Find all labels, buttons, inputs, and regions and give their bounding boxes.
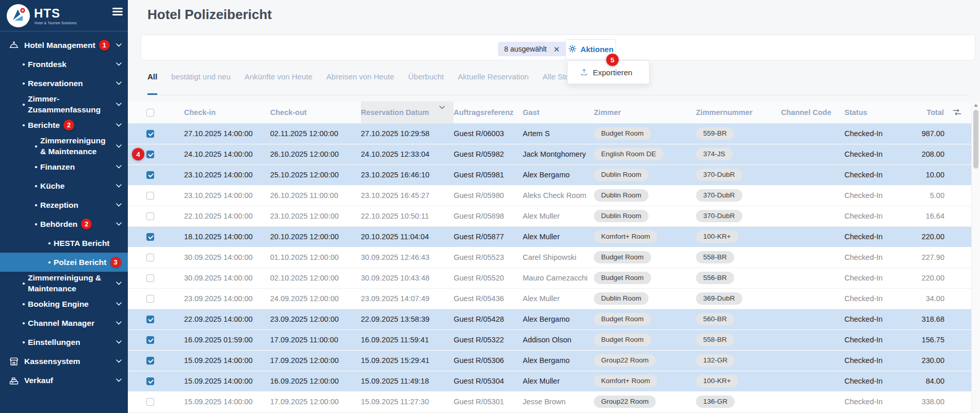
cell-zimmernummer-pill: 558-BR	[696, 334, 734, 346]
row-checkbox[interactable]	[146, 192, 154, 200]
table-row[interactable]: 22.09.2025 14:00:00 23.09.2025 12:00:00 …	[128, 309, 971, 329]
row-checkbox[interactable]	[146, 233, 154, 241]
sidebar-item-label: Zimmer-Zusammenfassung	[28, 93, 112, 115]
chevron-down-icon	[116, 321, 122, 325]
sort-desc-icon	[439, 103, 445, 111]
cell-check-out: 17.09.2025 12:00:00	[270, 356, 339, 365]
vertical-scrollbar[interactable]	[971, 102, 980, 413]
col-header-zimmer[interactable]: Zimmer	[594, 102, 696, 123]
col-header-total[interactable]: Total	[907, 102, 971, 123]
table-row[interactable]: 23.10.2025 14:00:00 25.10.2025 12:00:00 …	[128, 164, 971, 185]
sidebar-item-zimmerreinigung-maintenance[interactable]: • Zimmerreinigung & Maintenance	[0, 135, 128, 157]
cell-reservation-datum: 15.09.2025 11:49:18	[361, 377, 429, 385]
hts-logo	[7, 4, 30, 27]
sidebar-item-verkauf[interactable]: Verkauf	[0, 371, 128, 390]
cell-reservation-datum: 24.10.2025 12:33:04	[361, 150, 429, 158]
cell-total: 987.00	[922, 129, 944, 138]
sidebar-item-polzei-bericht[interactable]: • Polzei Bericht 3	[0, 253, 128, 272]
sidebar-item-zimmerreinigung-maintenance[interactable]: • Zimmerreinigung & Maintenance	[0, 272, 128, 294]
select-all-checkbox[interactable]	[146, 109, 154, 117]
col-header-reservation-datum[interactable]: Reservation Datum	[361, 102, 454, 123]
sidebar-item-rezeption[interactable]: • Rezeption	[0, 195, 128, 214]
sidebar-item-berichte[interactable]: • Berichte 2	[0, 115, 128, 135]
table-row[interactable]: 15.09.2025 14:00:00 17.09.2025 12:00:00 …	[128, 350, 971, 371]
tab-best-tigt-und-neu[interactable]: bestätigt und neu	[171, 70, 230, 95]
chevron-down-icon	[116, 123, 122, 127]
sidebar-item-channel-manager[interactable]: • Channel Manager	[0, 313, 128, 333]
col-header-gast[interactable]: Gast	[523, 102, 594, 123]
row-checkbox[interactable]	[146, 171, 154, 179]
export-menu-item[interactable]: Exportieren	[593, 68, 633, 77]
table-row[interactable]: 24.10.2025 14:00:00 26.10.2025 12:00:00 …	[128, 144, 971, 164]
cell-check-in: 27.10.2025 14:00:00	[184, 129, 253, 138]
table-row[interactable]: 15.09.2025 14:00:00 16.09.2025 12:00:00 …	[128, 371, 971, 391]
col-header-channel-code[interactable]: Channel Code	[781, 102, 844, 123]
annotation-badge: 2	[63, 120, 74, 130]
row-checkbox[interactable]	[146, 130, 154, 138]
table-row[interactable]: 22.10.2025 14:00:00 23.10.2025 12:00:00 …	[128, 206, 971, 226]
table-row[interactable]: 18.10.2025 14:00:00 20.10.2025 12:00:00 …	[128, 226, 971, 247]
row-checkbox[interactable]	[146, 274, 154, 282]
column-settings-icon[interactable]	[952, 108, 962, 116]
table-row[interactable]: 30.09.2025 14:00:00 01.10.2025 12:00:00 …	[128, 247, 971, 268]
selection-chip: 8 ausgewählt ✕	[498, 42, 566, 56]
col-header-status[interactable]: Status	[844, 102, 907, 123]
scroll-up-icon[interactable]	[974, 104, 978, 107]
row-checkbox[interactable]	[146, 151, 154, 158]
col-header-check-in[interactable]: Check-in	[184, 102, 270, 123]
tab--berbucht[interactable]: Überbucht	[408, 70, 444, 95]
col-header-check-out[interactable]: Check-out	[270, 102, 361, 123]
table-row[interactable]: 23.10.2025 14:00:00 26.10.2025 11:00:00 …	[128, 185, 971, 206]
sidebar-item-beh-rden[interactable]: • Behörden 2	[0, 214, 128, 234]
sidebar-item-reservationen[interactable]: • Reservationen	[0, 74, 128, 93]
table-row[interactable]: 16.09.2025 01:59:00 17.09.2025 11:00:00 …	[128, 329, 971, 350]
sidebar-item-booking-engine[interactable]: • Booking Engine	[0, 294, 128, 313]
bullet-icon: •	[20, 60, 28, 68]
row-checkbox[interactable]	[146, 295, 154, 303]
chevron-down-icon	[116, 378, 122, 382]
tab-abreisen-von-heute[interactable]: Abreisen von Heute	[326, 70, 394, 95]
cell-check-in: 23.10.2025 14:00:00	[184, 191, 253, 200]
sidebar-item-finanzen[interactable]: • Finanzen	[0, 157, 128, 176]
row-checkbox[interactable]	[146, 316, 154, 323]
sidebar-item-hesta-bericht[interactable]: • HESTA Bericht	[0, 234, 128, 253]
table-row[interactable]: 23.09.2025 14:00:00 24.09.2025 12:00:00 …	[128, 288, 971, 309]
table-row[interactable]: 27.10.2025 14:00:00 02.11.2025 12:00:00 …	[128, 123, 971, 144]
row-checkbox[interactable]	[146, 212, 154, 220]
row-checkbox[interactable]	[146, 398, 154, 406]
sidebar-item-frontdesk[interactable]: • Frontdesk	[0, 55, 128, 74]
sidebar-item-einstellungen[interactable]: • Einstellungen	[0, 333, 128, 352]
row-checkbox[interactable]	[146, 357, 154, 365]
cell-zimmernummer-pill: 560-BR	[696, 313, 734, 325]
cell-status: Checked-In	[844, 171, 883, 179]
hamburger-menu-icon[interactable]	[112, 8, 123, 16]
bullet-icon: •	[32, 182, 40, 190]
tab-ank-nfte-von-heute[interactable]: Ankünfte von Heute	[244, 70, 312, 95]
bullet-icon: •	[32, 163, 40, 171]
tab-aktuelle-reservation[interactable]: Aktuelle Reservation	[458, 70, 529, 95]
sidebar-item-hotel-management[interactable]: Hotel Management 1	[0, 36, 128, 55]
table-row[interactable]: 15.09.2025 14:00:00 17.09.2025 12:00:00 …	[128, 391, 971, 412]
chevron-down-icon	[116, 184, 122, 188]
row-checkbox[interactable]	[146, 336, 154, 344]
cell-check-out: 26.10.2025 12:00:00	[270, 150, 339, 158]
sidebar-item-kassensystem[interactable]: Kassensystem	[0, 352, 128, 371]
cell-auftragsreferenz: Guest R/05877	[454, 233, 504, 241]
row-checkbox[interactable]	[146, 254, 154, 261]
table-row[interactable]: 30.09.2025 14:00:00 02.10.2025 12:00:00 …	[128, 268, 971, 288]
col-header-zimmernummer[interactable]: Zimmernummer	[696, 102, 781, 123]
cell-zimmer-pill: English Room DE	[594, 148, 663, 160]
scrollbar-thumb[interactable]	[973, 110, 978, 169]
sidebar-item-label: Verkauf	[24, 375, 53, 386]
row-checkbox[interactable]	[146, 377, 154, 385]
col-header-auftragsreferenz[interactable]: Auftragsreferenz	[454, 102, 523, 123]
cell-zimmernummer-pill: 558-BR	[696, 251, 734, 263]
report-table: Check-in Check-out Reservation Datum Auf…	[128, 102, 971, 412]
clear-selection-icon[interactable]: ✕	[554, 45, 560, 53]
sidebar-item-label: Zimmerreinigung & Maintenance	[28, 272, 112, 294]
bullet-icon: •	[45, 258, 54, 266]
cell-gast: Alex Bergamo	[523, 356, 570, 365]
tab-all[interactable]: All	[147, 70, 157, 95]
sidebar-item-zimmer-zusammenfassung[interactable]: • Zimmer-Zusammenfassung	[0, 93, 128, 115]
sidebar-item-k-che[interactable]: • Küche	[0, 176, 128, 195]
